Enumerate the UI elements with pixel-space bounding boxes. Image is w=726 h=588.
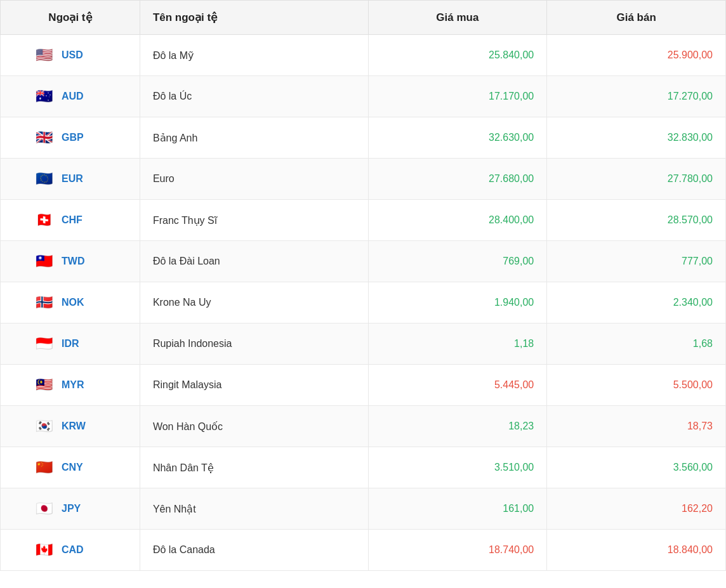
table-row: 🇰🇷KRWWon Hàn Quốc18,2318,73 bbox=[1, 406, 726, 447]
table-row: 🇨🇳CNYNhân Dân Tệ3.510,003.560,00 bbox=[1, 447, 726, 488]
buy-price: 28.400,00 bbox=[368, 200, 547, 241]
buy-price: 1.940,00 bbox=[368, 282, 547, 323]
flag-icon: 🇲🇾 bbox=[32, 374, 55, 396]
table-row: 🇦🇺AUDĐô la Úc17.170,0017.270,00 bbox=[1, 76, 726, 117]
header-buy: Giá mua bbox=[368, 1, 547, 35]
flag-icon: 🇨🇳 bbox=[32, 456, 55, 479]
currency-name: Yên Nhật bbox=[140, 488, 368, 530]
flag-icon: 🇪🇺 bbox=[32, 167, 55, 190]
buy-price: 18,23 bbox=[368, 406, 547, 447]
buy-price: 32.630,00 bbox=[368, 117, 547, 159]
currency-name: Euro bbox=[140, 159, 368, 200]
currency-name: Ringit Malaysia bbox=[140, 365, 368, 406]
currency-cell: 🇲🇾MYR bbox=[1, 365, 140, 406]
main-container: CHỢ GIÁ Ngoại tệ Tên ngoại tệ Giá mua Gi… bbox=[0, 0, 726, 588]
sell-price: 2.340,00 bbox=[547, 282, 726, 323]
currency-code: CAD bbox=[62, 544, 84, 556]
table-row: 🇮🇩IDRRupiah Indonesia1,181,68 bbox=[1, 323, 726, 365]
table-row: 🇯🇵JPYYên Nhật161,00162,20 bbox=[1, 488, 726, 530]
buy-price: 17.170,00 bbox=[368, 76, 547, 117]
currency-cell: 🇯🇵JPY bbox=[1, 488, 140, 530]
currency-name: Rupiah Indonesia bbox=[140, 323, 368, 365]
flag-icon: 🇳🇴 bbox=[32, 291, 55, 314]
exchange-rate-table: Ngoại tệ Tên ngoại tệ Giá mua Giá bán 🇺🇸… bbox=[0, 0, 726, 571]
currency-name: Franc Thụy Sĩ bbox=[140, 200, 368, 241]
currency-cell: 🇺🇸USD bbox=[1, 35, 140, 76]
flag-icon: 🇹🇼 bbox=[32, 250, 55, 273]
buy-price: 27.680,00 bbox=[368, 159, 547, 200]
sell-price: 162,20 bbox=[547, 488, 726, 530]
flag-icon: 🇬🇧 bbox=[32, 126, 55, 149]
currency-code: MYR bbox=[62, 379, 84, 391]
buy-price: 769,00 bbox=[368, 241, 547, 282]
header-name: Tên ngoại tệ bbox=[140, 1, 368, 35]
currency-cell: 🇨🇭CHF bbox=[1, 200, 140, 241]
table-row: 🇲🇾MYRRingit Malaysia5.445,005.500,00 bbox=[1, 365, 726, 406]
currency-code: IDR bbox=[62, 338, 79, 350]
currency-code: CNY bbox=[62, 462, 83, 473]
table-header-row: Ngoại tệ Tên ngoại tệ Giá mua Giá bán bbox=[1, 1, 726, 35]
currency-cell: 🇪🇺EUR bbox=[1, 159, 140, 200]
flag-icon: 🇨🇭 bbox=[32, 209, 55, 232]
sell-price: 777,00 bbox=[547, 241, 726, 282]
currency-code: TWD bbox=[62, 256, 84, 267]
table-row: 🇨🇭CHFFranc Thụy Sĩ28.400,0028.570,00 bbox=[1, 200, 726, 241]
flag-icon: 🇨🇦 bbox=[32, 539, 55, 561]
currency-code: AUD bbox=[62, 91, 84, 102]
buy-price: 25.840,00 bbox=[368, 35, 547, 76]
buy-price: 161,00 bbox=[368, 488, 547, 530]
currency-code: JPY bbox=[62, 503, 81, 514]
flag-icon: 🇦🇺 bbox=[32, 85, 55, 108]
currency-cell: 🇦🇺AUD bbox=[1, 76, 140, 117]
currency-cell: 🇮🇩IDR bbox=[1, 323, 140, 365]
currency-code: KRW bbox=[62, 421, 86, 432]
currency-name: Đô la Đài Loan bbox=[140, 241, 368, 282]
sell-price: 3.560,00 bbox=[547, 447, 726, 488]
flag-icon: 🇮🇩 bbox=[32, 332, 55, 355]
sell-price: 5.500,00 bbox=[547, 365, 726, 406]
currency-name: Krone Na Uy bbox=[140, 282, 368, 323]
sell-price: 25.900,00 bbox=[547, 35, 726, 76]
sell-price: 18,73 bbox=[547, 406, 726, 447]
table-row: 🇨🇦CADĐô la Canada18.740,0018.840,00 bbox=[1, 530, 726, 571]
currency-cell: 🇳🇴NOK bbox=[1, 282, 140, 323]
currency-code: CHF bbox=[62, 214, 82, 226]
flag-icon: 🇯🇵 bbox=[32, 497, 55, 520]
header-sell: Giá bán bbox=[547, 1, 726, 35]
currency-name: Won Hàn Quốc bbox=[140, 406, 368, 447]
sell-price: 1,68 bbox=[547, 323, 726, 365]
buy-price: 1,18 bbox=[368, 323, 547, 365]
buy-price: 3.510,00 bbox=[368, 447, 547, 488]
table-row: 🇹🇼TWDĐô la Đài Loan769,00777,00 bbox=[1, 241, 726, 282]
sell-price: 32.830,00 bbox=[547, 117, 726, 159]
table-row: 🇺🇸USDĐô la Mỹ25.840,0025.900,00 bbox=[1, 35, 726, 76]
currency-name: Đô la Mỹ bbox=[140, 35, 368, 76]
currency-cell: 🇰🇷KRW bbox=[1, 406, 140, 447]
sell-price: 28.570,00 bbox=[547, 200, 726, 241]
currency-name: Đô la Úc bbox=[140, 76, 368, 117]
table-row: 🇬🇧GBPBảng Anh32.630,0032.830,00 bbox=[1, 117, 726, 159]
currency-cell: 🇬🇧GBP bbox=[1, 117, 140, 159]
table-row: 🇳🇴NOKKrone Na Uy1.940,002.340,00 bbox=[1, 282, 726, 323]
currency-name: Nhân Dân Tệ bbox=[140, 447, 368, 488]
sell-price: 18.840,00 bbox=[547, 530, 726, 571]
table-row: 🇪🇺EUREuro27.680,0027.780,00 bbox=[1, 159, 726, 200]
flag-icon: 🇺🇸 bbox=[32, 44, 55, 67]
currency-cell: 🇨🇦CAD bbox=[1, 530, 140, 571]
currency-code: EUR bbox=[62, 173, 83, 185]
flag-icon: 🇰🇷 bbox=[32, 415, 55, 438]
currency-code: USD bbox=[62, 49, 83, 61]
currency-code: NOK bbox=[62, 297, 84, 308]
currency-cell: 🇹🇼TWD bbox=[1, 241, 140, 282]
currency-code: GBP bbox=[62, 132, 84, 143]
header-currency: Ngoại tệ bbox=[1, 1, 140, 35]
buy-price: 18.740,00 bbox=[368, 530, 547, 571]
currency-name: Đô la Canada bbox=[140, 530, 368, 571]
sell-price: 17.270,00 bbox=[547, 76, 726, 117]
buy-price: 5.445,00 bbox=[368, 365, 547, 406]
currency-cell: 🇨🇳CNY bbox=[1, 447, 140, 488]
currency-name: Bảng Anh bbox=[140, 117, 368, 159]
sell-price: 27.780,00 bbox=[547, 159, 726, 200]
